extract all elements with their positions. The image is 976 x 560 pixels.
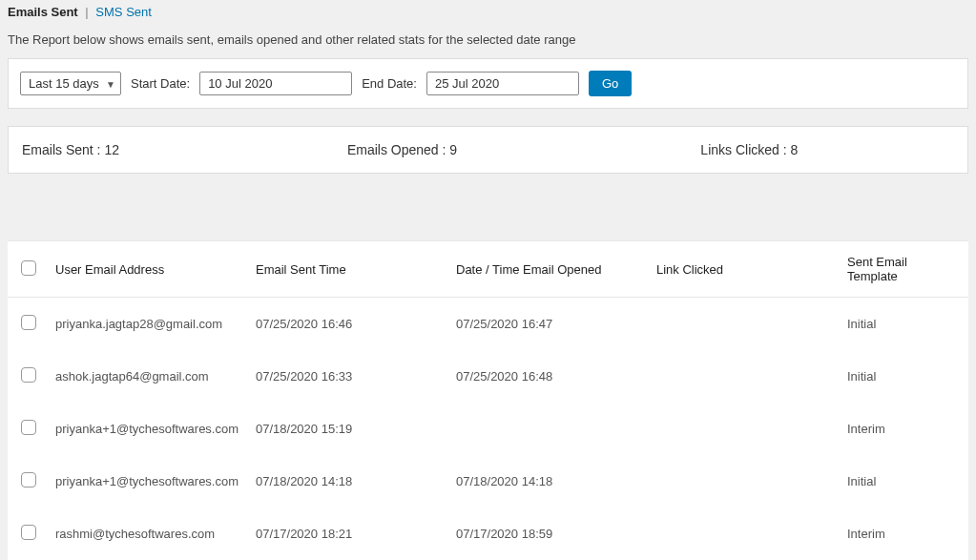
col-link[interactable]: Link Clicked	[647, 241, 838, 298]
start-date-input[interactable]	[199, 72, 352, 95]
select-all-checkbox[interactable]	[21, 260, 36, 276]
cell-email: priyanka.jagtap28@gmail.com	[46, 298, 246, 351]
cell-template: Interim	[838, 508, 968, 560]
cell-email: rashmi@tychesoftwares.com	[46, 508, 246, 560]
table-row: rashmi@tychesoftwares.com07/17/2020 18:2…	[8, 508, 968, 560]
start-date-label: Start Date:	[131, 76, 190, 91]
report-table: User Email Address Email Sent Time Date …	[8, 241, 968, 560]
table-row: priyanka.jagtap28@gmail.com07/25/2020 16…	[8, 298, 968, 351]
cell-opened: 07/25/2020 16:47	[446, 298, 647, 351]
stat-links-clicked: Links Clicked : 8	[529, 142, 954, 157]
col-email[interactable]: User Email Address	[46, 241, 246, 298]
cell-template: Initial	[838, 455, 968, 508]
report-table-panel: User Email Address Email Sent Time Date …	[8, 240, 968, 560]
tab-sms-sent[interactable]: SMS Sent	[95, 5, 152, 19]
row-checkbox[interactable]	[21, 315, 36, 330]
end-date-input[interactable]	[426, 72, 579, 95]
table-row: ashok.jagtap64@gmail.com07/25/2020 16:33…	[8, 350, 968, 403]
cell-sent: 07/25/2020 16:33	[246, 350, 446, 403]
cell-template: Interim	[838, 403, 968, 455]
cell-link	[647, 403, 838, 455]
cell-email: priyanka+1@tychesoftwares.com	[46, 403, 246, 455]
cell-link	[647, 508, 838, 560]
row-checkbox[interactable]	[21, 525, 36, 540]
table-row: priyanka+1@tychesoftwares.com07/18/2020 …	[8, 403, 968, 455]
cell-email: priyanka+1@tychesoftwares.com	[46, 455, 246, 508]
tab-emails-sent[interactable]: Emails Sent	[8, 5, 78, 19]
stat-emails-sent: Emails Sent : 12	[22, 142, 276, 157]
end-date-label: End Date:	[362, 76, 417, 91]
cell-template: Initial	[838, 350, 968, 403]
cell-sent: 07/17/2020 18:21	[246, 508, 446, 560]
row-checkbox[interactable]	[21, 367, 36, 383]
cell-template: Initial	[838, 298, 968, 351]
tab-bar: Emails Sent | SMS Sent	[8, 5, 968, 23]
cell-sent: 07/18/2020 14:18	[246, 455, 446, 508]
row-checkbox[interactable]	[21, 420, 36, 435]
go-button[interactable]: Go	[589, 71, 632, 96]
report-description: The Report below shows emails sent, emai…	[8, 23, 968, 58]
cell-opened: 07/18/2020 14:18	[446, 455, 647, 508]
cell-email: ashok.jagtap64@gmail.com	[46, 350, 246, 403]
table-row: priyanka+1@tychesoftwares.com07/18/2020 …	[8, 455, 968, 508]
cell-opened: 07/17/2020 18:59	[446, 508, 647, 560]
stats-bar: Emails Sent : 12 Emails Opened : 9 Links…	[8, 126, 968, 174]
row-checkbox[interactable]	[21, 472, 36, 487]
filter-bar: Last 15 days ▼ Start Date: End Date: Go	[8, 58, 968, 109]
tab-separator: |	[81, 5, 92, 19]
col-opened[interactable]: Date / Time Email Opened	[446, 241, 647, 298]
col-sent[interactable]: Email Sent Time	[246, 241, 446, 298]
cell-link	[647, 350, 838, 403]
cell-opened: 07/25/2020 16:48	[446, 350, 647, 403]
col-template[interactable]: Sent Email Template	[838, 241, 968, 298]
cell-link	[647, 298, 838, 351]
date-range-select[interactable]: Last 15 days	[20, 72, 121, 95]
cell-sent: 07/25/2020 16:46	[246, 298, 446, 351]
cell-sent: 07/18/2020 15:19	[246, 403, 446, 455]
stat-emails-opened: Emails Opened : 9	[276, 142, 530, 157]
cell-opened	[446, 403, 647, 455]
cell-link	[647, 455, 838, 508]
